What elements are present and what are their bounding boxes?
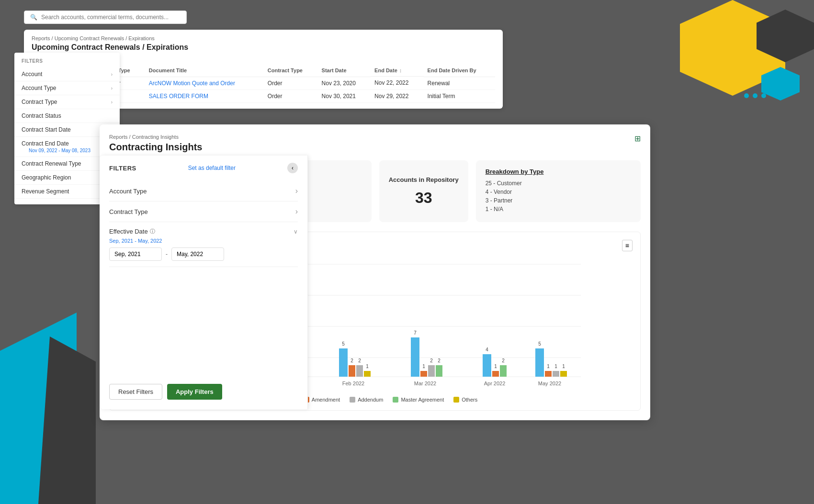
effective-date-header[interactable]: Effective Date ⓘ ∨: [109, 228, 298, 235]
legend-master-label: Master Agreement: [401, 397, 444, 403]
svg-text:1: 1: [422, 364, 425, 369]
date-from-input[interactable]: [109, 247, 162, 261]
search-input[interactable]: [41, 14, 181, 21]
end-date-driven-cell: Renewal: [424, 77, 495, 90]
sidebar-item-label-contract-type: Contract Type: [22, 99, 57, 105]
breakdown-type-title: Breakdown by Type: [486, 168, 631, 175]
legend-addendum-dot: [350, 397, 355, 403]
svg-text:1: 1: [562, 364, 565, 369]
decorative-dots: [744, 93, 766, 98]
contract-type-chevron-icon: ›: [295, 207, 298, 216]
svg-text:2: 2: [350, 358, 353, 363]
legend-addendum-label: Addendum: [358, 397, 383, 403]
contract-type-cell-2: Order: [264, 90, 318, 102]
effective-date-info-icon: ⓘ: [150, 228, 155, 235]
contract-type-filter-row[interactable]: Contract Type ›: [109, 202, 298, 222]
legend-master-agreement: Master Agreement: [393, 397, 444, 403]
account-type-filter-row[interactable]: Account Type ›: [109, 181, 298, 202]
doc-link-arcnow[interactable]: ArcNOW Motion Quote and Order: [149, 80, 235, 87]
svg-text:2: 2: [430, 358, 433, 363]
bar-may-amendment: [545, 371, 552, 377]
bar-apr-order: [483, 354, 491, 377]
svg-text:1: 1: [494, 364, 497, 369]
sidebar-item-account[interactable]: Account ›: [14, 67, 120, 81]
legend-amendment: Amendment: [304, 397, 340, 403]
col-start-date: Start Date: [318, 65, 371, 77]
chevron-right-icon: ›: [111, 100, 113, 105]
end-date-range-info: Nov 09, 2022 - May 08, 2023: [22, 148, 98, 153]
filters-collapse-button[interactable]: ‹: [287, 163, 298, 173]
svg-text:5: 5: [342, 341, 345, 347]
bar-feb-addendum: [356, 365, 363, 377]
account-type-filter-label: Account Type: [109, 188, 147, 195]
left-background: [0, 265, 96, 504]
end-date-driven-cell-2: Initial Term: [424, 90, 495, 102]
filters-header: FILTERS Set as default filter ‹: [109, 163, 298, 173]
chevron-right-icon: ›: [111, 86, 113, 91]
svg-text:1: 1: [547, 364, 550, 369]
svg-text:7: 7: [414, 330, 417, 336]
col-end-date: End Date ↕: [371, 65, 424, 77]
bar-feb-amendment: [349, 365, 355, 377]
excel-icon[interactable]: ⊞: [634, 134, 641, 143]
svg-text:2: 2: [502, 358, 505, 363]
filter-sidebar-label: FILTERS: [14, 58, 120, 67]
insights-title: Contracting Insights: [109, 142, 641, 153]
effective-date-label: Effective Date: [109, 228, 148, 235]
bar-may-order: [535, 348, 544, 377]
sidebar-item-label-revenue-segment: Revenue Segment: [22, 188, 69, 195]
excel-export-area[interactable]: ⊞: [634, 134, 641, 143]
filter-buttons: Reset Filters Apply Filters: [109, 384, 222, 400]
legend-amendment-label: Amendment: [312, 397, 340, 403]
svg-text:2: 2: [358, 358, 361, 363]
sidebar-item-contract-type[interactable]: Contract Type ›: [14, 95, 120, 109]
legend-others-dot: [453, 397, 459, 403]
set-default-filter-link[interactable]: Set as default filter: [188, 165, 236, 171]
reset-filters-button[interactable]: Reset Filters: [109, 384, 162, 400]
sidebar-item-account-type[interactable]: Account Type ›: [14, 81, 120, 95]
accounts-label: Accounts in Repository: [389, 176, 459, 183]
date-to-input[interactable]: [171, 247, 224, 261]
svg-text:May 2022: May 2022: [538, 381, 561, 386]
breakdown-type-item-3: 3 - Partner: [486, 197, 631, 204]
legend-others: Others: [453, 397, 477, 403]
end-date-cell-2: Nov 29, 2022: [371, 90, 424, 102]
svg-text:Mar 2022: Mar 2022: [414, 381, 436, 386]
bar-may-addendum: [553, 371, 559, 377]
bar-feb-order: [339, 348, 348, 377]
sidebar-item-label-geographic-region: Geographic Region: [22, 174, 71, 181]
legend-addendum: Addendum: [350, 397, 383, 403]
breakdown-type-item-4: 1 - N/A: [486, 206, 631, 213]
svg-text:5: 5: [538, 341, 541, 347]
col-contract-type: Contract Type: [264, 65, 318, 77]
legend-others-label: Others: [462, 397, 477, 403]
chart-menu-button[interactable]: ≡: [622, 240, 633, 251]
filters-overlay: FILTERS Set as default filter ‹ Account …: [100, 156, 308, 409]
background-decoration: [661, 0, 814, 134]
effective-date-chevron-icon: ∨: [294, 228, 298, 235]
sidebar-item-label-start-date: Contract Start Date: [22, 126, 71, 133]
effective-date-filter-section: Effective Date ⓘ ∨ Sep, 2021 - May, 2022…: [109, 222, 298, 267]
sidebar-item-label-renewal-type: Contract Renewal Type: [22, 160, 81, 167]
sidebar-item-label-contract-status: Contract Status: [22, 112, 61, 119]
effective-date-range-text: Sep, 2021 - May, 2022: [109, 238, 298, 244]
search-bar[interactable]: 🔍: [24, 11, 187, 24]
doc-link-sales[interactable]: SALES ORDER FORM: [149, 93, 208, 100]
page-title-top: Upcoming Contract Renewals / Expirations: [32, 43, 495, 52]
svg-text:2: 2: [438, 358, 441, 363]
sidebar-item-label-account-type: Account Type: [22, 85, 57, 91]
contract-type-filter-label: Contract Type: [109, 208, 148, 215]
breakdown-type-item-2: 4 - Vendor: [486, 189, 631, 195]
sidebar-item-contract-status[interactable]: Contract Status: [14, 109, 120, 123]
date-range-inputs: -: [109, 247, 298, 261]
start-date-cell: Nov 23, 2020: [318, 77, 371, 90]
sidebar-item-label-end-date: Contract End Date: [22, 140, 69, 147]
col-end-date-driven-by: End Date Driven By: [424, 65, 495, 77]
search-icon: 🔍: [30, 14, 37, 21]
breakdown-type-card: Breakdown by Type 25 - Customer 4 - Vend…: [476, 160, 641, 222]
contract-type-cell: Order: [264, 77, 318, 90]
apply-filters-button[interactable]: Apply Filters: [167, 384, 222, 400]
svg-text:Apr 2022: Apr 2022: [484, 381, 506, 386]
breadcrumb-top: Reports / Upcoming Contract Renewals / E…: [32, 35, 495, 41]
svg-text:Feb 2022: Feb 2022: [342, 381, 364, 386]
